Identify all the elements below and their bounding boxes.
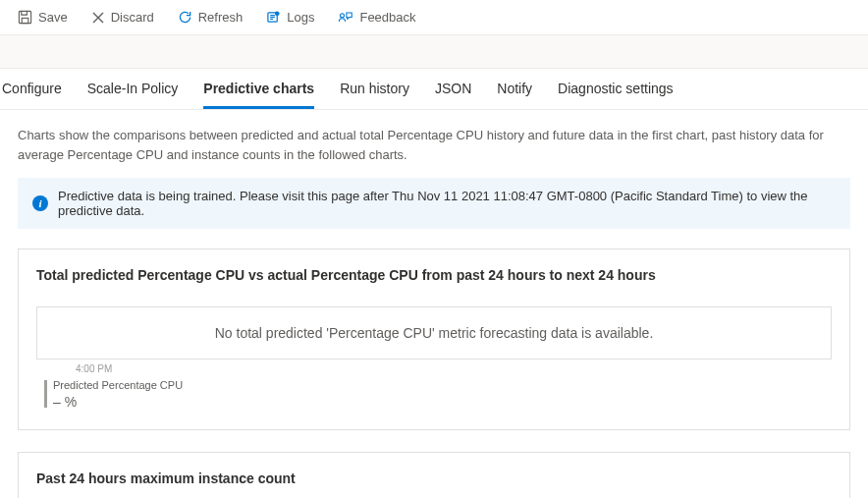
- close-icon: [91, 11, 105, 25]
- feedback-label: Feedback: [359, 10, 415, 25]
- info-icon: i: [32, 195, 48, 211]
- toolbar-spacer: [0, 35, 868, 69]
- cpu-legend: Predicted Percentage CPU – %: [40, 378, 832, 410]
- discard-label: Discard: [111, 10, 154, 25]
- refresh-icon: [178, 10, 192, 25]
- cpu-chart-remnants: 4:00 PM Predicted Percentage CPU – %: [36, 363, 832, 410]
- intro-text: Charts show the comparisons between pred…: [18, 126, 850, 164]
- save-button[interactable]: Save: [8, 6, 78, 28]
- svg-rect-1: [22, 18, 28, 23]
- save-label: Save: [38, 10, 68, 25]
- tab-configure[interactable]: Configure: [2, 69, 62, 109]
- tab-diagnostic-settings[interactable]: Diagnostic settings: [558, 69, 674, 109]
- cpu-legend-color-bar: [44, 380, 47, 408]
- tab-predictive-charts[interactable]: Predictive charts: [203, 69, 314, 109]
- discard-button[interactable]: Discard: [81, 6, 164, 28]
- cpu-card-title: Total predicted Percentage CPU vs actual…: [36, 267, 832, 283]
- tab-notify[interactable]: Notify: [497, 69, 532, 109]
- instance-card-title: Past 24 hours maximum instance count: [36, 470, 832, 486]
- feedback-icon: [338, 10, 353, 25]
- tab-json[interactable]: JSON: [435, 69, 471, 109]
- cpu-chart-card: Total predicted Percentage CPU vs actual…: [18, 249, 850, 430]
- logs-label: Logs: [287, 10, 314, 25]
- tab-strip: Configure Scale-In Policy Predictive cha…: [0, 69, 868, 110]
- logs-icon: [266, 10, 281, 25]
- feedback-button[interactable]: Feedback: [328, 6, 425, 28]
- instance-count-card: Past 24 hours maximum instance count No …: [18, 452, 850, 498]
- info-banner: i Predictive data is being trained. Plea…: [18, 178, 850, 229]
- command-toolbar: Save Discard Refresh Logs: [0, 0, 868, 35]
- svg-point-3: [275, 11, 280, 16]
- tab-scale-in-policy[interactable]: Scale-In Policy: [87, 69, 179, 109]
- cpu-legend-value: – %: [53, 394, 183, 410]
- save-icon: [18, 10, 32, 25]
- svg-point-4: [341, 14, 345, 18]
- cpu-no-data-message: No total predicted 'Percentage CPU' metr…: [36, 306, 832, 360]
- logs-button[interactable]: Logs: [256, 6, 324, 28]
- tab-run-history[interactable]: Run history: [340, 69, 409, 109]
- refresh-label: Refresh: [198, 10, 244, 25]
- content-area: Charts show the comparisons between pred…: [0, 110, 868, 498]
- cpu-legend-label: Predicted Percentage CPU: [53, 378, 183, 392]
- info-banner-text: Predictive data is being trained. Please…: [58, 189, 836, 218]
- refresh-button[interactable]: Refresh: [168, 6, 253, 28]
- cpu-axis-tick: 4:00 PM: [40, 363, 832, 374]
